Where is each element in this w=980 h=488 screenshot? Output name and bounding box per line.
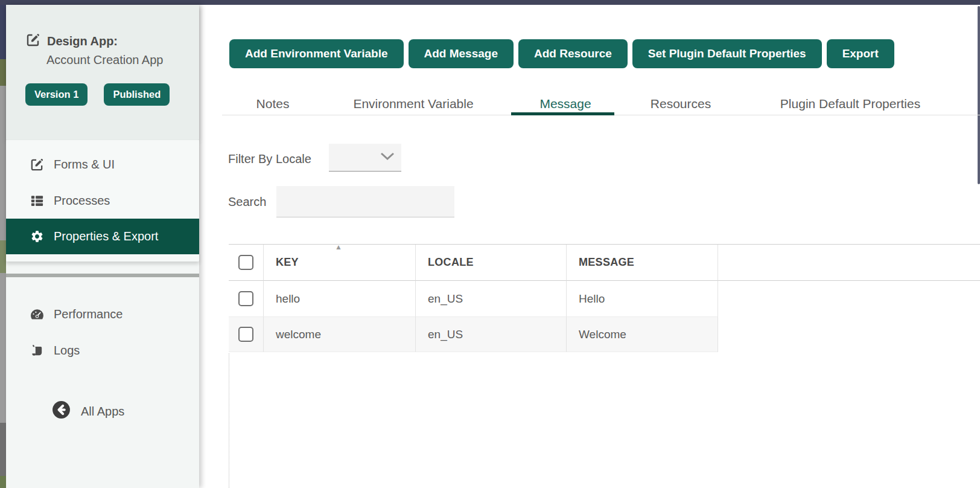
search-input[interactable] bbox=[276, 186, 454, 217]
column-header-key[interactable]: ▲ KEY bbox=[264, 245, 416, 281]
arrow-circle-left-icon bbox=[51, 400, 71, 423]
cell-locale: en_US bbox=[416, 281, 567, 317]
filter-by-locale-label: Filter By Locale bbox=[228, 152, 311, 166]
cell-message: Welcome bbox=[567, 317, 718, 352]
app-info-card: Design App: Account Creation App Version… bbox=[6, 5, 199, 140]
sidebar: Design App: Account Creation App Version… bbox=[6, 5, 199, 488]
tab-notes[interactable]: Notes bbox=[256, 97, 290, 111]
add-message-button[interactable]: Add Message bbox=[409, 39, 514, 68]
column-header-locale[interactable]: LOCALE bbox=[416, 245, 567, 281]
cell-empty bbox=[718, 317, 980, 352]
list-icon bbox=[29, 194, 45, 208]
app-window: Design App: Account Creation App Version… bbox=[0, 0, 980, 488]
row-checkbox-cell bbox=[229, 281, 264, 317]
window-top-border bbox=[0, 0, 980, 5]
tab-message[interactable]: Message bbox=[539, 97, 591, 111]
cell-key: welcome bbox=[264, 317, 416, 352]
gear-icon bbox=[29, 230, 45, 243]
cell-empty bbox=[718, 281, 980, 317]
all-apps-button[interactable]: All Apps bbox=[51, 400, 124, 423]
table-row[interactable]: welcome en_US Welcome bbox=[229, 317, 980, 352]
row-checkbox[interactable] bbox=[238, 327, 253, 342]
version-badge: Version 1 bbox=[25, 83, 88, 106]
column-header-message[interactable]: MESSAGE bbox=[567, 245, 718, 281]
edit-icon bbox=[26, 33, 40, 50]
search-label: Search bbox=[228, 195, 266, 209]
tab-resources[interactable]: Resources bbox=[651, 97, 711, 111]
add-resource-button[interactable]: Add Resource bbox=[518, 39, 628, 68]
sidebar-item-label: Forms & UI bbox=[54, 158, 115, 172]
messages-table: ▲ KEY LOCALE MESSAGE hello en_US Hello w… bbox=[229, 244, 980, 352]
sidebar-item-label: Logs bbox=[54, 344, 80, 358]
design-app-label: Design App: bbox=[47, 34, 118, 48]
performance-gauge-icon bbox=[29, 308, 45, 321]
sort-ascending-icon: ▲ bbox=[335, 243, 342, 251]
tab-plugin-default-properties[interactable]: Plugin Default Properties bbox=[780, 97, 920, 111]
tab-environment-variable[interactable]: Environment Variable bbox=[353, 97, 473, 111]
logs-scroll-icon bbox=[29, 344, 45, 358]
all-apps-label: All Apps bbox=[81, 405, 124, 419]
cell-message: Hello bbox=[567, 281, 718, 317]
select-all-checkbox[interactable] bbox=[238, 255, 253, 270]
app-name: Account Creation App bbox=[46, 53, 163, 67]
sidebar-item-performance[interactable]: Performance bbox=[6, 297, 199, 332]
sidebar-item-label: Processes bbox=[54, 194, 110, 208]
cell-locale: en_US bbox=[416, 317, 567, 352]
column-header-empty bbox=[718, 245, 980, 281]
toolbar: Add Environment Variable Add Message Add… bbox=[229, 39, 894, 68]
sidebar-item-processes[interactable]: Processes bbox=[6, 183, 199, 219]
table-row[interactable]: hello en_US Hello bbox=[229, 281, 980, 317]
table-left-guide-line bbox=[229, 353, 229, 488]
row-checkbox[interactable] bbox=[238, 291, 253, 306]
locale-select[interactable] bbox=[329, 144, 401, 172]
cell-key: hello bbox=[264, 281, 416, 317]
left-edge-strip bbox=[0, 5, 6, 488]
published-badge: Published bbox=[104, 83, 170, 106]
sidebar-item-properties-export[interactable]: Properties & Export bbox=[6, 219, 199, 254]
header-checkbox-cell bbox=[229, 245, 264, 281]
chevron-down-icon bbox=[380, 152, 395, 164]
sidebar-item-label: Performance bbox=[54, 307, 123, 321]
edit-icon bbox=[29, 158, 45, 172]
sidebar-item-logs[interactable]: Logs bbox=[6, 333, 199, 368]
set-plugin-default-properties-button[interactable]: Set Plugin Default Properties bbox=[632, 39, 822, 68]
row-checkbox-cell bbox=[229, 317, 264, 352]
scrollbar-thumb[interactable] bbox=[978, 6, 980, 184]
add-environment-variable-button[interactable]: Add Environment Variable bbox=[229, 39, 404, 68]
sidebar-item-forms-ui[interactable]: Forms & UI bbox=[6, 147, 199, 182]
sidebar-item-label: Properties & Export bbox=[54, 230, 158, 243]
export-button[interactable]: Export bbox=[827, 39, 894, 68]
active-tab-underline bbox=[511, 112, 614, 115]
table-header-row: ▲ KEY LOCALE MESSAGE bbox=[229, 245, 980, 281]
sidebar-divider bbox=[6, 274, 199, 277]
